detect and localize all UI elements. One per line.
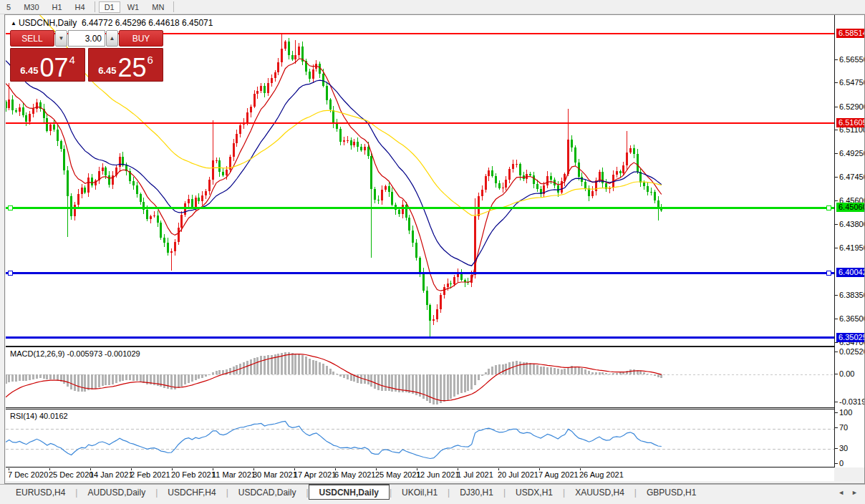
- date-label: 12 Jun 2021: [416, 470, 460, 479]
- timeframe-button-h1[interactable]: H1: [47, 1, 68, 13]
- volume-increase-button[interactable]: ▲: [106, 30, 118, 47]
- date-label: 1 Jul 2021: [457, 470, 493, 479]
- rsi-label: RSI(14) 40.0162: [10, 412, 68, 420]
- date-label: 17 Apr 2021: [294, 470, 336, 479]
- line-handle: [8, 205, 12, 210]
- date-label: 6 May 2021: [334, 470, 375, 479]
- date-label: 14 Jan 2021: [90, 470, 133, 479]
- rsi-axis-label: 70: [839, 423, 848, 432]
- buy-price-tile[interactable]: 6.45 25 6: [88, 48, 163, 82]
- toolbar-separator: [95, 1, 95, 12]
- tab-eurusd-h4[interactable]: EURUSD,H4: [6, 485, 75, 500]
- price-level-badge: 6.35025: [836, 333, 865, 342]
- price-level-badge: 6.51605: [836, 118, 865, 127]
- axis-tick: [835, 153, 838, 154]
- tab-usdcad-daily[interactable]: USDCAD,Daily: [228, 485, 306, 500]
- fast-ma: [6, 59, 662, 291]
- spinner-up-icon: ▲: [110, 35, 115, 42]
- date-label: 11 Mar 2021: [212, 470, 256, 479]
- axis-tick: [835, 448, 838, 449]
- buy-price-prefix: 6.45: [98, 65, 116, 76]
- axis-tick: [835, 319, 838, 319]
- scroll-right-icon[interactable]: ►: [851, 489, 858, 496]
- chart-symbol: USDCNH,Daily: [19, 18, 77, 28]
- line-handle: [826, 205, 831, 210]
- chart-title: ▲USDCNH,Daily 6.44772 6.45296 6.44618 6.…: [11, 18, 213, 28]
- macd-axis-label: 0.00: [839, 369, 854, 378]
- time-axis: 7 Dec 202025 Dec 202014 Jan 20212 Feb 20…: [6, 468, 834, 481]
- buy-button[interactable]: BUY: [119, 30, 163, 47]
- timeframe-toolbar: 5M30H1H4D1W1MN: [0, 0, 865, 14]
- axis-tick: [835, 248, 838, 248]
- price-level-badge: 6.45060: [836, 203, 865, 212]
- trade-panel: SELL ▼ ▲ BUY 6.45 07 4 6.45 25 6: [10, 30, 165, 82]
- axis-tick: [835, 374, 838, 374]
- buy-price-sup: 6: [148, 54, 153, 66]
- price-axis-label: 6.43800: [839, 220, 865, 228]
- rsi-line: [6, 422, 662, 459]
- line-handle: [8, 271, 12, 275]
- date-label: 7 Dec 2020: [8, 470, 48, 479]
- sell-price-tile[interactable]: 6.45 07 4: [10, 48, 85, 82]
- axis-tick: [835, 427, 838, 428]
- tab-usdchf-h4[interactable]: USDCHF,H4: [158, 485, 226, 500]
- axis-tick: [835, 177, 838, 178]
- rsi-axis-label: 0: [839, 459, 844, 467]
- macd-panel[interactable]: MACD(12,26,9) -0.005973 -0.001029: [6, 346, 834, 408]
- timeframe-button-h4[interactable]: H4: [69, 1, 91, 13]
- price-axis-label: 6.54750: [839, 78, 865, 87]
- tab-audusd-daily[interactable]: AUDUSD,Daily: [77, 485, 155, 500]
- axis-tick: [835, 59, 838, 60]
- toolbar-separator: [173, 1, 174, 12]
- rsi-panel[interactable]: RSI(14) 40.0162: [6, 409, 834, 467]
- mid-ma: [6, 61, 662, 266]
- price-axis-label: 6.41950: [839, 243, 865, 252]
- timeframe-button-m30[interactable]: M30: [18, 1, 44, 13]
- price-axis-label: 6.47450: [839, 173, 865, 181]
- tab-gbpusd-h1[interactable]: GBPUSD,H1: [637, 485, 706, 500]
- macd-axis-label: -0.031994: [839, 397, 865, 406]
- spinner-down-icon: ▼: [59, 35, 64, 42]
- axis-tick: [835, 352, 838, 352]
- buy-price-big: 25: [117, 57, 146, 79]
- chart-tab-bar: EURUSD,H4|AUDUSD,Daily|USDCHF,H4|USDCAD,…: [0, 484, 865, 500]
- sell-button[interactable]: SELL: [10, 30, 54, 47]
- price-axis-label: 6.52900: [839, 102, 865, 111]
- axis-tick: [835, 82, 838, 83]
- sell-price-sup: 4: [69, 54, 75, 66]
- axis-tick: [835, 342, 838, 343]
- volume-decrease-button[interactable]: ▼: [55, 30, 67, 47]
- rsi-axis-label: 30: [839, 444, 848, 452]
- tab-dj30-h1[interactable]: DJ30,H1: [450, 485, 503, 500]
- date-label: 2 Feb 2021: [130, 470, 170, 479]
- timeframe-button-w1[interactable]: W1: [122, 1, 145, 13]
- axis-tick: [835, 463, 838, 464]
- tab-scroll-controls: ◄ ►: [838, 485, 865, 500]
- date-label: 30 Mar 2021: [253, 470, 297, 479]
- price-axis: 6.565506.547506.529006.511006.492506.474…: [834, 15, 865, 467]
- tab-usdcnh-daily[interactable]: USDCNH,Daily: [309, 484, 390, 500]
- axis-tick: [835, 402, 838, 402]
- price-level-badge: 6.40042: [836, 268, 865, 277]
- price-axis-label: 6.38350: [839, 291, 865, 299]
- rsi-axis-label: 100: [839, 408, 852, 417]
- trading-terminal: 5M30H1H4D1W1MN ▲USDCNH,Daily 6.44772 6.4…: [0, 0, 865, 504]
- tab-ukoil-h1[interactable]: UKOil,H1: [392, 485, 448, 500]
- chart-ohlc-values: 6.44772 6.45296 6.44618 6.45071: [82, 18, 213, 28]
- price-axis-label: 6.56550: [839, 55, 865, 64]
- tab-usdx-h1[interactable]: USDX,H1: [506, 485, 563, 500]
- line-handle: [826, 271, 831, 275]
- tab-xauusd-h4[interactable]: XAUUSD,H4: [565, 485, 634, 500]
- axis-tick: [835, 107, 838, 107]
- rsi-chart: [6, 410, 834, 467]
- axis-tick: [835, 130, 838, 130]
- axis-tick: [835, 412, 838, 413]
- scroll-left-icon[interactable]: ◄: [838, 489, 844, 496]
- timeframe-button-5[interactable]: 5: [1, 1, 16, 13]
- macd-label: MACD(12,26,9) -0.005973 -0.001029: [10, 349, 140, 358]
- volume-input[interactable]: [68, 30, 105, 47]
- price-axis-label: 6.36500: [839, 314, 865, 323]
- timeframe-button-mn[interactable]: MN: [146, 1, 170, 13]
- price-chart-area[interactable]: ▲USDCNH,Daily 6.44772 6.45296 6.44618 6.…: [6, 15, 834, 346]
- timeframe-button-d1[interactable]: D1: [99, 1, 120, 13]
